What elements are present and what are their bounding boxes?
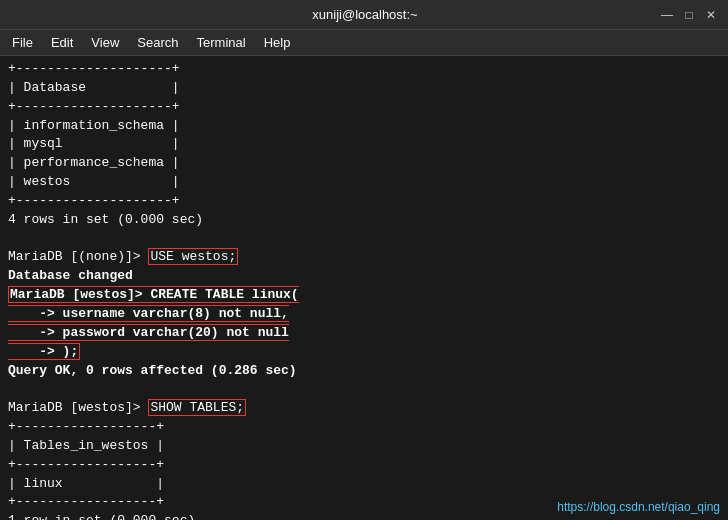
menu-edit[interactable]: Edit	[43, 33, 81, 52]
maximize-button[interactable]: □	[682, 8, 696, 22]
watermark-link: https://blog.csdn.net/qiao_qing	[557, 500, 720, 514]
cmd-show-tables: SHOW TABLES;	[148, 399, 246, 416]
menu-terminal[interactable]: Terminal	[189, 33, 254, 52]
query-ok-msg: Query OK, 0 rows affected (0.286 sec)	[8, 363, 297, 378]
db-changed-msg: Database changed	[8, 268, 133, 283]
menu-file[interactable]: File	[4, 33, 41, 52]
titlebar: xuniji@localhost:~ — □ ✕	[0, 0, 728, 30]
terminal-area: +--------------------+ | Database | +---…	[0, 56, 728, 520]
close-button[interactable]: ✕	[704, 8, 718, 22]
menubar: File Edit View Search Terminal Help	[0, 30, 728, 56]
menu-search[interactable]: Search	[129, 33, 186, 52]
cmd-use-westos: USE westos;	[148, 248, 238, 265]
window-title: xuniji@localhost:~	[70, 7, 660, 22]
menu-help[interactable]: Help	[256, 33, 299, 52]
terminal-output: +--------------------+ | Database | +---…	[8, 60, 720, 520]
menu-view[interactable]: View	[83, 33, 127, 52]
minimize-button[interactable]: —	[660, 8, 674, 22]
cmd-create-table: MariaDB [westos]> CREATE TABLE linux( ->…	[8, 286, 299, 360]
window-controls[interactable]: — □ ✕	[660, 8, 718, 22]
